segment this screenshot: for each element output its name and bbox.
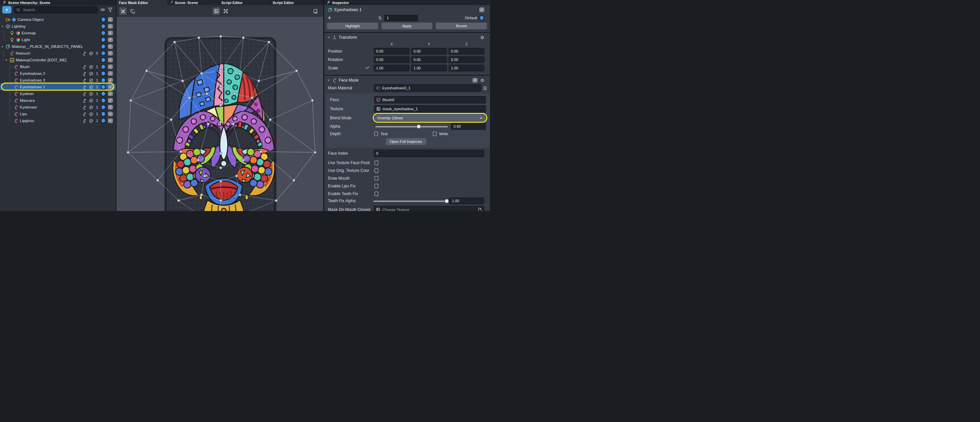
tree-item-mascara[interactable]: Mascara1✓ bbox=[0, 97, 116, 104]
tree-item-blush[interactable]: Blush1✓ bbox=[0, 64, 116, 70]
gear-icon[interactable]: ⚙ bbox=[480, 78, 484, 83]
visibility-dot[interactable] bbox=[101, 91, 106, 96]
mesh-node-handle[interactable] bbox=[205, 92, 208, 95]
enabled-checkbox[interactable]: ✓ bbox=[108, 64, 113, 69]
mesh-node-handle[interactable] bbox=[314, 151, 317, 154]
component-enabled-checkbox[interactable]: ✓ bbox=[473, 78, 477, 83]
mesh-node-handle[interactable] bbox=[239, 193, 241, 196]
position-y-input[interactable]: 0.00 bbox=[411, 48, 447, 54]
no-occlusion-icon[interactable] bbox=[89, 71, 93, 76]
search-input[interactable] bbox=[22, 7, 95, 12]
enabled-checkbox[interactable]: ✓ bbox=[108, 37, 113, 42]
enabled-checkbox[interactable]: ✓ bbox=[108, 91, 113, 96]
visibility-dot[interactable] bbox=[101, 98, 106, 103]
mesh-node-handle[interactable] bbox=[220, 35, 222, 38]
tree-item-camera-object[interactable]: Camera Object✓ bbox=[0, 16, 116, 23]
enable-lips-fix-checkbox[interactable] bbox=[374, 184, 379, 188]
mesh-node-handle[interactable] bbox=[181, 80, 184, 82]
tree-item-eyeshadows-1[interactable]: Eyeshadows 11✓ bbox=[0, 84, 116, 90]
visibility-dot[interactable] bbox=[101, 30, 106, 36]
search-box[interactable] bbox=[14, 6, 98, 13]
object-enabled-checkbox[interactable]: ✓ bbox=[479, 7, 484, 12]
reset-mesh-points-button[interactable] bbox=[129, 7, 136, 15]
visibility-dot[interactable] bbox=[101, 37, 106, 43]
visibility-dot[interactable] bbox=[101, 57, 106, 63]
visibility-dot[interactable] bbox=[101, 51, 106, 56]
mask-paint-tool-button[interactable] bbox=[119, 7, 127, 15]
no-occlusion-icon[interactable] bbox=[89, 118, 93, 123]
face-mask-canvas[interactable] bbox=[116, 17, 323, 211]
enabled-checkbox[interactable]: ✓ bbox=[108, 98, 113, 103]
tree-item-eyeshadows-3[interactable]: Eyeshadows 31✓ bbox=[0, 77, 116, 84]
face-index-field[interactable]: 0 bbox=[374, 150, 484, 157]
tree-item-makeup-place-in-objects-panel[interactable]: ▾Makeup__PLACE_IN_OBJECTS_PANEL✓ bbox=[0, 43, 116, 50]
mesh-node-handle[interactable] bbox=[220, 104, 222, 107]
mesh-node-handle[interactable] bbox=[220, 152, 222, 155]
render-order-icon[interactable] bbox=[82, 64, 87, 69]
mesh-node-handle[interactable] bbox=[204, 175, 206, 177]
render-order-icon[interactable] bbox=[82, 118, 87, 123]
material-mixer-icon[interactable] bbox=[483, 86, 488, 90]
teeth-fix-alpha-slider[interactable] bbox=[373, 198, 447, 204]
tree-item-light[interactable]: Light✓ bbox=[0, 37, 116, 43]
tree-item-lipgloss[interactable]: Lipgloss1✓ bbox=[0, 117, 116, 124]
no-occlusion-icon[interactable] bbox=[89, 64, 93, 69]
face-mask-section-header[interactable]: Face Mask ✓ ⚙ bbox=[324, 76, 490, 84]
tab-scene-scene[interactable]: Scene: Scene bbox=[168, 0, 219, 5]
file-icon[interactable] bbox=[478, 208, 482, 211]
mesh-node-handle[interactable] bbox=[275, 199, 278, 202]
enabled-checkbox[interactable]: ✓ bbox=[108, 71, 113, 76]
mesh-node-handle[interactable] bbox=[295, 69, 298, 72]
mesh-node-handle[interactable] bbox=[220, 199, 222, 202]
gear-icon[interactable]: ⚙ bbox=[480, 35, 484, 40]
scale-x-input[interactable]: 1.00 bbox=[374, 65, 409, 72]
mask-on-mouth-closed-field[interactable]: Choose Texture bbox=[374, 206, 484, 211]
visibility-dot[interactable] bbox=[101, 64, 106, 69]
tree-item-eyeshadows-2[interactable]: Eyeshadows 21✓ bbox=[0, 70, 116, 77]
rotation-x-input[interactable]: 0.00 bbox=[374, 56, 409, 63]
visibility-dot[interactable] bbox=[101, 118, 106, 123]
teeth-fix-alpha-value[interactable]: 1.00 bbox=[449, 197, 484, 204]
texture-field[interactable]: mask_eyeshadow_1 bbox=[374, 105, 486, 113]
mesh-node-handle[interactable] bbox=[258, 80, 260, 82]
mesh-node-handle[interactable] bbox=[179, 150, 182, 153]
enabled-checkbox[interactable]: ✓ bbox=[108, 84, 113, 89]
render-order-icon[interactable] bbox=[82, 91, 87, 96]
position-z-input[interactable]: 0.00 bbox=[449, 48, 484, 54]
mesh-node-handle[interactable] bbox=[220, 167, 222, 169]
mesh-node-handle[interactable] bbox=[232, 123, 235, 126]
visibility-dot[interactable] bbox=[101, 111, 106, 116]
visibility-dot[interactable] bbox=[101, 17, 106, 22]
mesh-node-handle[interactable] bbox=[177, 199, 180, 202]
mesh-node-handle[interactable] bbox=[220, 84, 222, 87]
highlight-button[interactable]: Highlight bbox=[327, 22, 378, 29]
visibility-dot[interactable] bbox=[101, 78, 106, 83]
scale-z-input[interactable]: 1.00 bbox=[449, 65, 484, 72]
instance-count-input[interactable] bbox=[384, 15, 418, 21]
eye-visibility-icon[interactable] bbox=[100, 7, 105, 13]
tab-script-editor[interactable]: Script Editor bbox=[219, 0, 270, 5]
enabled-checkbox[interactable]: ✓ bbox=[108, 57, 113, 62]
face-mesh-overlay[interactable] bbox=[116, 17, 323, 211]
visibility-dot[interactable] bbox=[101, 44, 106, 49]
mesh-node-handle[interactable] bbox=[311, 99, 314, 102]
mesh-node-handle[interactable] bbox=[242, 37, 245, 39]
enable-teeth-fix-checkbox[interactable] bbox=[374, 191, 379, 196]
main-material-field[interactable]: Eyeshadows0_1 bbox=[374, 84, 481, 92]
rotation-y-input[interactable]: 0.00 bbox=[411, 56, 447, 63]
no-occlusion-icon[interactable] bbox=[89, 91, 93, 96]
mesh-node-handle[interactable] bbox=[200, 72, 203, 75]
render-order-icon[interactable] bbox=[82, 105, 87, 110]
mesh-node-handle[interactable] bbox=[259, 150, 262, 153]
mesh-node-handle[interactable] bbox=[233, 92, 236, 95]
mesh-node-handle[interactable] bbox=[267, 41, 270, 43]
show-checkerboard-button[interactable] bbox=[222, 7, 229, 15]
no-occlusion-icon[interactable] bbox=[89, 51, 93, 56]
mesh-node-handle[interactable] bbox=[145, 69, 148, 72]
visibility-dot[interactable] bbox=[101, 105, 106, 110]
no-occlusion-icon[interactable] bbox=[89, 78, 93, 83]
chevron-down-icon[interactable]: ▾ bbox=[2, 45, 5, 48]
alpha-value[interactable]: 0.60 bbox=[451, 123, 486, 130]
no-occlusion-icon[interactable] bbox=[89, 84, 93, 89]
mesh-node-handle[interactable] bbox=[197, 159, 199, 161]
